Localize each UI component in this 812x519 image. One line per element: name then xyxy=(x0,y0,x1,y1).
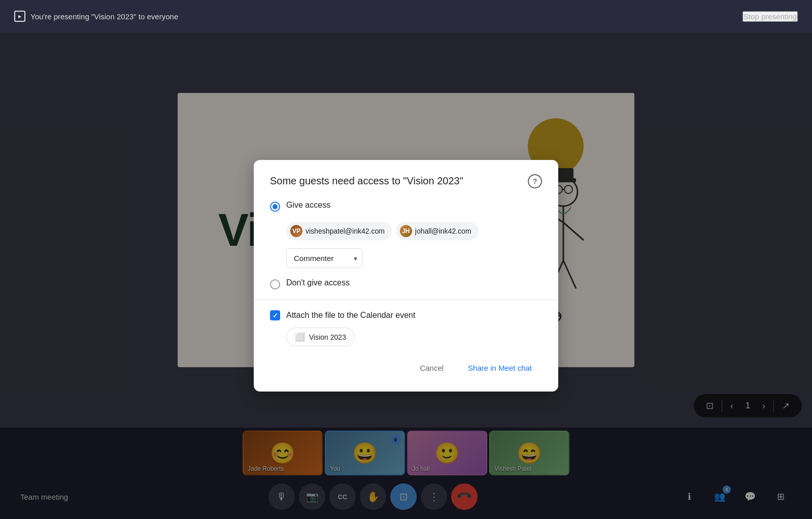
modal-footer: Cancel Share in Meet chat xyxy=(270,359,542,377)
modal-header: Some guests need access to "Vision 2023"… xyxy=(270,174,542,188)
email-vishesh: visheshpatel@ink42.com xyxy=(306,227,385,235)
give-access-option[interactable]: Give access xyxy=(270,201,542,212)
stop-presenting-button[interactable]: Stop presenting xyxy=(742,11,798,22)
checkbox-check-icon: ✓ xyxy=(273,312,278,319)
give-access-label: Give access xyxy=(286,201,330,210)
modal-divider xyxy=(254,300,558,300)
dont-give-access-option[interactable]: Don't give access xyxy=(270,278,542,289)
banner-message: You're presenting "Vision 2023" to every… xyxy=(30,12,178,21)
file-icon: ⬜ xyxy=(295,332,305,342)
dropdown-wrapper[interactable]: Viewer Commenter Editor ▾ xyxy=(286,248,362,268)
cancel-button[interactable]: Cancel xyxy=(410,359,454,377)
dont-give-access-label: Don't give access xyxy=(286,278,350,287)
present-icon xyxy=(14,11,25,22)
avatar-jo: JH xyxy=(400,225,412,237)
file-name: Vision 2023 xyxy=(309,333,346,341)
share-in-chat-button[interactable]: Share in Meet chat xyxy=(458,359,542,377)
main-content: Visio xyxy=(0,33,812,519)
give-access-radio[interactable] xyxy=(270,202,280,212)
access-modal: Some guests need access to "Vision 2023"… xyxy=(254,160,558,392)
email-jo: johall@ink42.com xyxy=(415,227,471,235)
avatar-vishesh: VP xyxy=(290,225,302,237)
help-icon[interactable]: ? xyxy=(528,174,542,188)
attach-checkbox-option[interactable]: ✓ Attach the file to the Calendar event xyxy=(270,310,542,320)
user-chips: VP visheshpatel@ink42.com JH johall@ink4… xyxy=(286,222,542,240)
banner-left: You're presenting "Vision 2023" to every… xyxy=(14,11,178,22)
modal-overlay: Some guests need access to "Vision 2023"… xyxy=(0,33,812,519)
attach-label: Attach the file to the Calendar event xyxy=(286,311,415,320)
modal-title: Some guests need access to "Vision 2023" xyxy=(270,174,463,187)
file-chip: ⬜ Vision 2023 xyxy=(286,328,355,346)
dont-give-access-radio[interactable] xyxy=(270,279,280,289)
attach-checkbox[interactable]: ✓ xyxy=(270,310,280,320)
role-select[interactable]: Viewer Commenter Editor xyxy=(286,248,362,268)
access-dropdown[interactable]: Viewer Commenter Editor ▾ xyxy=(286,248,542,268)
user-chip-vishesh: VP visheshpatel@ink42.com xyxy=(286,222,392,240)
user-chip-jo: JH johall@ink42.com xyxy=(396,222,479,240)
top-banner: You're presenting "Vision 2023" to every… xyxy=(0,0,812,33)
